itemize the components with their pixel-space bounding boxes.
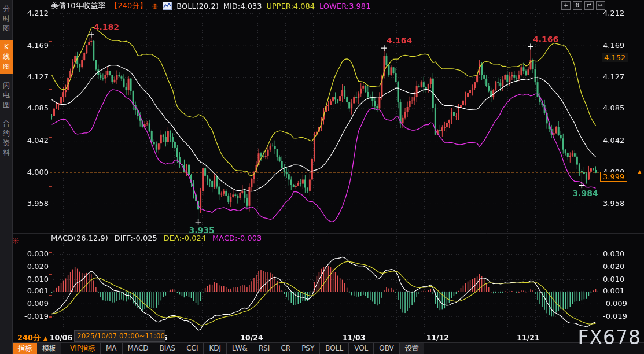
charting-app: 分时图K线图闪电图合约资料 美债10年收益率 【240分】 ⊕ BOLL(20,…: [0, 0, 644, 354]
macd-header: MACD(26,12,9) DIFF:-0.025 DEA:-0.024 MAC…: [51, 234, 262, 242]
toolbar-item-12[interactable]: BOLL: [319, 343, 348, 354]
macd-tick-left: 0.020: [13, 262, 49, 271]
price-tick-right: 4.042: [603, 136, 624, 145]
chart-type-icon[interactable]: [163, 2, 172, 10]
period-selector-label: 240分: [17, 333, 41, 342]
sidebar-tab-char: 分: [0, 4, 13, 14]
chart-header: 美债10年收益率 【240分】 ⊕ BOLL(20,2) MID:4.033 U…: [51, 1, 370, 11]
toolbar-item-3[interactable]: MA: [100, 343, 122, 354]
toolbar: 指标模板VIP指标MAMACDBIASCCIKDJLW&RSICRPSYBOLL…: [13, 342, 644, 354]
chart-tool-icons: +⇅⇄↦: [559, 1, 605, 10]
macd-tick-right: -0.009: [603, 299, 627, 308]
date-label-11/12: 11/12: [426, 333, 449, 342]
y-axis-scale-icon[interactable]: ⇅: [573, 1, 582, 10]
macd-tick-right: 0.010: [603, 275, 624, 283]
toolbar-item-9[interactable]: RSI: [253, 343, 275, 354]
sidebar-tab-char: 合: [0, 119, 13, 128]
price-tick-left: 4.127: [13, 72, 49, 81]
toolbar-item-0[interactable]: 指标: [13, 343, 37, 354]
sidebar-tab-char: 图: [0, 100, 13, 110]
sidebar-tab-3[interactable]: 合约资料: [0, 116, 13, 160]
toolbar-item-11[interactable]: PSY: [296, 343, 319, 354]
macd-tick-left: 0.010: [13, 275, 49, 283]
sidebar-tab-char: 资: [0, 138, 13, 148]
toolbar-item-1[interactable]: 模板: [37, 343, 61, 354]
macd-tick-left: 0.001: [13, 286, 49, 295]
toolbar-item-13[interactable]: VOL: [348, 343, 373, 354]
macd-dea-value: DEA:-0.024: [164, 234, 206, 242]
toolbar-item-4[interactable]: MACD: [122, 343, 154, 354]
chart-canvas[interactable]: [13, 0, 644, 354]
price-annotation-4.182: 4.182: [94, 23, 119, 32]
price-tick-left: 4.000: [13, 168, 49, 176]
macd-tick-right: 0.030: [603, 249, 624, 258]
price-annotation-4.166: 4.166: [533, 35, 558, 44]
current-price-arrow-icon: ▲: [638, 169, 642, 175]
sidebar-tab-char: 图: [0, 24, 13, 34]
boll-mid-value: MID:4.033: [223, 2, 262, 10]
macd-tick-left: -0.009: [13, 299, 49, 308]
macd-tick-right: 0.001: [603, 286, 624, 295]
price-annotation-4.164: 4.164: [387, 36, 412, 45]
macd-macd-value: MACD:-0.003: [212, 234, 262, 242]
macd-tick-right: -0.019: [603, 312, 627, 320]
price-tick-right: 4.212: [603, 9, 624, 17]
sidebar-tab-char: 电: [0, 90, 13, 100]
macd-tick-left: 0.030: [13, 249, 49, 258]
sidebar-tab-char: 时: [0, 14, 13, 24]
price-tick-left: 4.042: [13, 136, 49, 145]
date-label-10/24: 10/24: [240, 333, 263, 342]
price-tick-left: 4.085: [13, 104, 49, 112]
boll-label: BOLL(20,2): [176, 2, 219, 10]
toolbar-item-7[interactable]: KDJ: [203, 343, 226, 354]
toolbar-item-10[interactable]: CR: [275, 343, 296, 354]
boll-upper-value: UPPER:4.084: [266, 2, 315, 10]
sidebar-tab-1[interactable]: K线图: [0, 40, 13, 74]
sidebar-tab-char: 图: [0, 62, 13, 72]
instrument-title: 美债10年收益率: [51, 1, 106, 11]
macd-tick-left: -0.019: [13, 312, 49, 320]
price-tick-right: 4.169: [603, 41, 624, 50]
macd-name: MACD(26,12,9): [51, 234, 108, 242]
period-tag: 【240分】: [111, 1, 148, 11]
price-tick-left: 4.212: [13, 9, 49, 17]
price-tag-3.999: 3.999: [600, 172, 627, 182]
add-indicator-icon[interactable]: ⊕: [152, 2, 158, 10]
macd-tick-right: 0.020: [603, 262, 624, 271]
sidebar: 分时图K线图闪电图合约资料: [0, 0, 13, 354]
price-tick-left: 3.958: [13, 199, 49, 208]
pan-right-icon[interactable]: ↦: [596, 1, 605, 10]
sidebar-tab-2[interactable]: 闪电图: [0, 78, 13, 112]
toolbar-item-2[interactable]: VIP指标: [65, 343, 100, 354]
crosshair-icon[interactable]: +: [561, 1, 571, 10]
price-tick-left: 4.169: [13, 41, 49, 50]
price-tick-right: 4.127: [603, 72, 624, 81]
x-axis-scale-icon[interactable]: ⇄: [584, 1, 594, 10]
price-tick-right: 4.085: [603, 104, 624, 112]
macd-diff-value: DIFF:-0.025: [115, 234, 157, 242]
toolbar-item-15[interactable]: 设置: [399, 343, 424, 354]
sidebar-tab-char: 线: [0, 52, 13, 62]
sidebar-tab-char: 约: [0, 128, 13, 138]
price-tick-right: 3.958: [603, 199, 624, 208]
toolbar-item-14[interactable]: OBV: [373, 343, 399, 354]
sidebar-tab-char: 料: [0, 148, 13, 158]
date-label-11/21: 11/21: [517, 333, 540, 342]
price-tag-4.152: 4.152: [602, 53, 628, 62]
sidebar-tab-0[interactable]: 分时图: [0, 2, 13, 36]
chart-main: 美债10年收益率 【240分】 ⊕ BOLL(20,2) MID:4.033 U…: [13, 0, 644, 354]
period-selector[interactable]: 240分 ▲: [17, 333, 47, 343]
sidebar-tab-char: 闪: [0, 80, 13, 90]
period-selector-arrow-icon: ▲: [43, 335, 48, 341]
toolbar-item-5[interactable]: BIAS: [154, 343, 181, 354]
price-annotation-3.984: 3.984: [572, 189, 598, 198]
bar-time-tooltip: 2025/10/07 07:00~11:00 二: [74, 330, 165, 342]
boll-lower-value: LOWER:3.981: [319, 2, 370, 10]
sidebar-tab-char: K: [0, 42, 13, 52]
date-label-11/03: 11/03: [343, 333, 366, 342]
date-label-10/06: 10/06: [50, 333, 73, 342]
toolbar-item-8[interactable]: LW&: [226, 343, 253, 354]
toolbar-item-6[interactable]: CCI: [181, 343, 203, 354]
